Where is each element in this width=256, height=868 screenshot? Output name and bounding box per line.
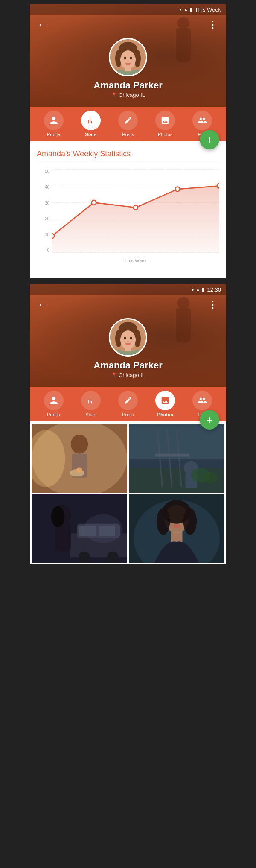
svg-point-22 (71, 435, 88, 454)
location-text-2: Chicago IL (119, 372, 145, 378)
svg-point-57 (173, 524, 180, 528)
tab-profile-icon-circle (44, 111, 64, 130)
photo-item-4[interactable] (129, 494, 224, 563)
location-pin-icon: 📍 (111, 92, 117, 98)
tab-photos[interactable]: Photos (147, 111, 184, 137)
photo-placeholder-3 (32, 494, 127, 563)
user-name-2: Amanda Parker (93, 360, 162, 371)
y-label-20: 20 (37, 216, 49, 221)
user-location: 📍 Chicago IL (111, 92, 145, 98)
chart-fill (52, 186, 219, 253)
tab-stats-label-2: Stats (85, 412, 96, 417)
svg-point-44 (107, 552, 119, 563)
navigation-bar: ← ⋮ (30, 15, 226, 35)
y-label-40: 40 (37, 185, 49, 190)
back-button-2[interactable]: ← (36, 298, 49, 312)
svg-point-47 (51, 506, 64, 527)
tab-stats-icon-circle (81, 111, 101, 130)
svg-rect-28 (129, 424, 224, 459)
person-icon (49, 116, 58, 125)
y-label-0: 0 (37, 248, 49, 253)
chart-point-2 (92, 200, 96, 205)
battery-icon-2: ▮ (202, 287, 204, 292)
weekly-stats-chart: 0 10 20 30 40 50 (37, 169, 219, 263)
status-time-2: 12:30 (207, 286, 221, 293)
status-time: This Week (195, 6, 221, 13)
svg-point-6 (130, 57, 132, 59)
y-label-10: 10 (37, 232, 49, 237)
stats-screen: ▾ ▲ ▮ This Week ← ⋮ (30, 4, 226, 278)
tab-bar-2: Profile Stats Posts (30, 387, 226, 421)
svg-point-37 (203, 472, 218, 483)
tab-photos-label-2: Photos (157, 412, 173, 417)
photo-svg-3 (32, 494, 127, 563)
svg-point-15 (124, 337, 126, 339)
people-icon (198, 116, 207, 125)
tab-posts-icon-circle (118, 111, 138, 130)
user-name: Amanda Parker (93, 80, 162, 91)
tab-profile[interactable]: Profile (35, 111, 72, 137)
pencil-icon-2 (124, 396, 132, 405)
avatar-svg (110, 39, 146, 75)
tab-posts[interactable]: Posts (109, 111, 146, 137)
signal-icon-2: ▲ (196, 287, 201, 292)
avatar-image-2 (109, 318, 147, 357)
tab-profile-icon-circle-2 (44, 391, 64, 410)
svg-point-8 (126, 63, 130, 65)
chart-divider (37, 164, 219, 164)
fab-add-button-2[interactable]: + (200, 410, 219, 430)
tab-bar: Profile Stats Posts (30, 107, 226, 141)
tab-profile-label-2: Profile (47, 412, 60, 417)
tab-posts-icon-circle-2 (118, 391, 138, 410)
photos-grid (32, 424, 224, 563)
photo-item-3[interactable] (32, 494, 127, 563)
tab-profile-2[interactable]: Profile (35, 391, 72, 417)
navigation-bar-2: ← ⋮ (30, 295, 226, 315)
tab-stats-icon-circle-2 (81, 391, 101, 410)
tab-friends-icon-circle-2 (192, 391, 212, 410)
image-icon-2 (160, 396, 170, 405)
chart-point-1 (52, 234, 54, 238)
more-options-button[interactable]: ⋮ (207, 18, 220, 32)
svg-point-25 (76, 467, 82, 473)
tab-photos-2[interactable]: Photos (147, 391, 184, 417)
tab-stats-label: Stats (85, 132, 96, 137)
back-button[interactable]: ← (36, 18, 49, 32)
tab-posts-label-2: Posts (122, 412, 134, 417)
wifi-icon-2: ▾ (192, 287, 194, 292)
chart-point-5 (217, 184, 219, 188)
signal-icon: ▲ (183, 7, 188, 12)
wifi-icon: ▾ (179, 7, 182, 12)
svg-point-7 (127, 61, 129, 62)
stats-content: Amanda's Weekly Statistics 0 10 20 30 40… (30, 141, 226, 278)
tab-stats-2[interactable]: Stats (72, 391, 109, 417)
tab-posts-2[interactable]: Posts (109, 391, 146, 417)
svg-point-53 (157, 508, 170, 535)
tab-posts-label: Posts (122, 132, 134, 137)
svg-point-16 (130, 337, 132, 339)
photo-item-1[interactable] (32, 424, 127, 493)
photo-svg-2 (129, 424, 224, 493)
status-icons: ▾ ▲ ▮ (179, 7, 192, 12)
photos-screen: ▾ ▲ ▮ 12:30 ← ⋮ (30, 284, 226, 564)
photo-placeholder-1 (32, 424, 127, 493)
bar-chart-icon (86, 116, 96, 125)
svg-point-18 (126, 343, 130, 345)
bar-chart-icon-2 (86, 396, 96, 405)
avatar-image (109, 38, 147, 76)
chart-point-4 (175, 187, 180, 192)
chart-svg (52, 169, 219, 253)
photo-svg-1 (32, 424, 127, 493)
avatar-svg-2 (110, 319, 146, 355)
tab-photos-icon-circle-2 (155, 391, 175, 410)
avatar (109, 38, 147, 76)
location-pin-icon-2: 📍 (111, 372, 117, 378)
tab-stats[interactable]: Stats (72, 111, 109, 137)
image-icon (160, 116, 170, 125)
fab-add-button[interactable]: + (200, 130, 219, 149)
chart-x-label: This Week (52, 258, 219, 263)
y-label-50: 50 (37, 169, 49, 174)
more-options-button-2[interactable]: ⋮ (207, 298, 220, 312)
photo-item-2[interactable] (129, 424, 224, 493)
location-text: Chicago IL (119, 92, 145, 98)
